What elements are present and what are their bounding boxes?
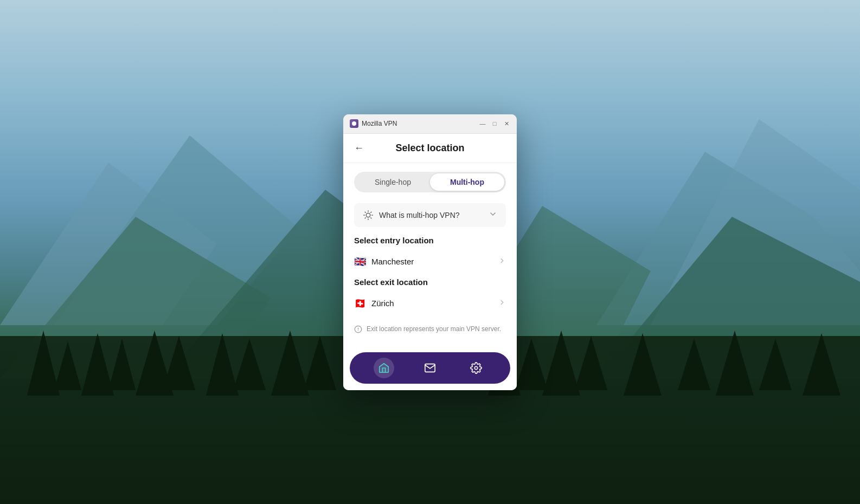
- entry-location-row[interactable]: 🇬🇧 Manchester: [354, 250, 506, 273]
- svg-line-37: [365, 217, 365, 218]
- messages-nav-button[interactable]: [420, 358, 440, 378]
- entry-location-section: Select entry location 🇬🇧 Manchester: [343, 236, 517, 277]
- multihop-info-text: What is multi-hop VPN?: [379, 211, 460, 219]
- app-icon: [350, 119, 358, 128]
- svg-line-34: [371, 217, 371, 218]
- info-circle-icon: [354, 325, 362, 335]
- entry-row-chevron-icon: [498, 257, 506, 267]
- minimize-button[interactable]: —: [479, 120, 486, 127]
- home-nav-button[interactable]: [374, 358, 394, 378]
- entry-location-name: Manchester: [371, 257, 414, 266]
- exit-location-name: Zürich: [371, 299, 394, 308]
- exit-row-chevron-icon: [498, 299, 506, 308]
- bottom-navigation: [350, 352, 510, 384]
- exit-flag-icon: 🇨🇭: [354, 299, 366, 308]
- info-note-text: Exit location represents your main VPN s…: [367, 325, 501, 334]
- tab-switcher: Single-hop Multi-hop: [354, 172, 506, 192]
- info-card-left: What is multi-hop VPN?: [363, 210, 460, 221]
- window-title: Mozilla VPN: [362, 120, 397, 127]
- messages-icon: [424, 362, 436, 374]
- maximize-button[interactable]: □: [491, 120, 498, 127]
- page-title: Select location: [395, 143, 464, 154]
- single-hop-tab[interactable]: Single-hop: [356, 173, 430, 191]
- close-button[interactable]: ✕: [503, 120, 510, 127]
- svg-point-42: [475, 366, 478, 370]
- exit-section-label: Select exit location: [354, 277, 506, 287]
- exit-location-left: 🇨🇭 Zürich: [354, 299, 394, 308]
- expand-chevron-icon: [489, 210, 497, 220]
- app-window: Mozilla VPN — □ ✕ ← Select location Sing…: [343, 114, 517, 390]
- entry-flag-icon: 🇬🇧: [354, 257, 366, 267]
- content-area: ← Select location Single-hop Multi-hop: [343, 134, 517, 390]
- entry-section-label: Select entry location: [354, 236, 506, 245]
- multi-hop-tab[interactable]: Multi-hop: [430, 173, 504, 191]
- title-bar-left: Mozilla VPN: [350, 119, 397, 128]
- settings-icon: [470, 362, 482, 374]
- entry-location-left: 🇬🇧 Manchester: [354, 257, 414, 267]
- lightbulb-icon: [363, 210, 374, 221]
- svg-line-33: [365, 212, 365, 212]
- home-icon: [378, 362, 390, 374]
- back-button[interactable]: ←: [352, 140, 366, 156]
- app-icon-inner: [352, 121, 356, 126]
- info-note: Exit location represents your main VPN s…: [343, 319, 517, 346]
- svg-point-30: [366, 213, 370, 217]
- page-header: ← Select location: [343, 134, 517, 163]
- settings-nav-button[interactable]: [466, 358, 486, 378]
- multihop-info-card[interactable]: What is multi-hop VPN?: [354, 203, 506, 227]
- title-bar-controls: — □ ✕: [479, 120, 510, 127]
- exit-location-row[interactable]: 🇨🇭 Zürich: [354, 292, 506, 315]
- svg-line-38: [371, 212, 371, 212]
- title-bar: Mozilla VPN — □ ✕: [343, 114, 517, 134]
- exit-location-section: Select exit location 🇨🇭 Zürich: [343, 277, 517, 319]
